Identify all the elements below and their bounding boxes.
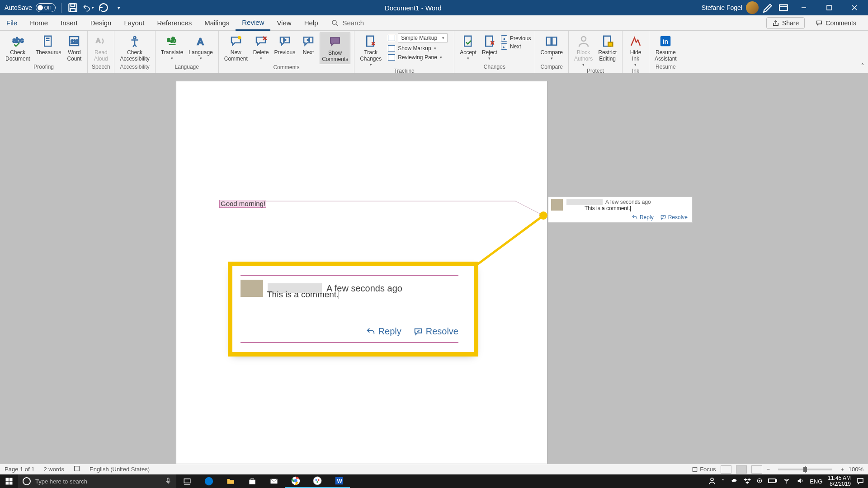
comment-balloon[interactable]: A few seconds ago This is a comment. Rep… [548,197,693,223]
thesaurus-button[interactable]: Thesaurus [34,33,63,57]
taskbar-search[interactable]: Type here to search [18,474,176,488]
tab-view[interactable]: View [270,15,297,30]
markup-mode-combo[interactable]: Simple Markup▾ [385,33,450,43]
start-button[interactable] [0,474,18,488]
taskbar-app[interactable] [307,474,328,488]
mic-icon[interactable] [165,477,172,486]
tray-volume-icon[interactable] [796,477,804,486]
word-count-indicator[interactable]: 2 words [44,466,65,473]
word-count-icon: 123 [66,33,82,49]
tab-home[interactable]: Home [24,15,54,30]
show-markup-button[interactable]: Show Markup ▾ [385,44,450,52]
spellcheck-indicator[interactable] [73,465,80,474]
redo-button[interactable] [98,2,109,14]
taskbar-edge[interactable] [198,474,220,488]
read-mode-button[interactable] [721,465,731,474]
tab-insert[interactable]: Insert [54,15,84,30]
translate-button[interactable]: aあ Translate▾ [159,33,185,61]
tray-battery-icon[interactable] [768,478,777,485]
word-icon: W [334,476,344,486]
taskbar-mail[interactable] [263,474,285,488]
compare-button[interactable]: Compare▾ [539,33,565,61]
show-comments-button[interactable]: Show Comments [320,33,350,64]
comment-author-name [566,199,603,205]
resolve-icon [413,327,423,337]
track-changes-button[interactable]: Track Changes▾ [358,33,383,68]
comment-resolve-button[interactable]: Resolve [660,214,688,221]
zoom-level[interactable]: 100% [849,466,863,473]
zoom-in-button[interactable]: + [840,466,844,473]
save-button[interactable] [67,2,79,14]
taskbar-explorer[interactable] [220,474,241,488]
autosave-toggle[interactable]: Off [36,3,56,12]
tray-chevron-icon[interactable]: ˄ [722,478,725,485]
zoom-reply-button[interactable]: Reply [366,326,401,337]
check-document-button[interactable]: abc Check Document [4,33,32,63]
taskbar-store[interactable] [241,474,263,488]
tab-mailings[interactable]: Mailings [198,15,236,30]
reviewing-pane-button[interactable]: Reviewing Pane ▾ [385,53,450,61]
search-box[interactable]: Search [325,15,364,30]
tab-help[interactable]: Help [298,15,325,30]
tray-wifi-icon[interactable] [783,478,791,485]
notifications-icon[interactable] [856,477,864,486]
focus-mode-button[interactable]: Focus [692,466,716,473]
undo-button[interactable]: ▾ [82,2,94,14]
resume-assistant-button[interactable]: in Resume Assistant [653,33,679,63]
svg-rect-1 [71,4,75,6]
hide-ink-button[interactable]: Hide Ink▾ [626,33,645,68]
tab-references[interactable]: References [151,15,198,30]
new-comment-button[interactable]: New Comment [222,33,250,63]
tray-clock[interactable]: 11:45 AM 8/2/2019 [828,475,851,487]
tab-layout[interactable]: Layout [118,15,151,30]
maximize-button[interactable] [818,0,840,15]
previous-comment-button[interactable]: Previous [272,33,297,57]
comment-reply-button[interactable]: Reply [632,214,654,221]
people-icon[interactable] [708,477,716,486]
tray-dropbox-icon[interactable] [744,477,751,486]
taskbar-word[interactable]: W [328,474,350,488]
previous-change-button[interactable]: ◂Previous [501,35,531,42]
tray-language[interactable]: ENG [810,478,822,485]
next-comment-button[interactable]: Next [299,33,318,57]
store-icon [248,477,257,486]
drawing-mode-icon[interactable] [762,2,774,14]
reject-button[interactable]: Reject▾ [480,33,499,61]
tab-design[interactable]: Design [84,15,118,30]
next-change-button[interactable]: ▸Next [501,43,531,50]
delete-comment-button[interactable]: Delete▾ [251,33,271,61]
user-avatar-icon[interactable] [746,1,759,14]
web-layout-button[interactable] [751,465,762,474]
tab-review[interactable]: Review [236,15,270,31]
word-count-button[interactable]: 123 Word Count [65,33,84,63]
print-layout-button[interactable] [736,465,747,474]
accept-button[interactable]: Accept▾ [458,33,478,61]
zoom-out-button[interactable]: − [767,466,770,473]
tray-location-icon[interactable] [756,478,763,485]
taskbar-chrome[interactable] [285,474,307,488]
svg-text:abc: abc [13,36,24,44]
read-aloud-icon: A [93,33,108,49]
close-button[interactable] [844,0,865,15]
minimize-button[interactable] [793,0,815,15]
zoom-slider[interactable] [778,469,832,470]
zoom-resolve-button[interactable]: Resolve [413,326,458,337]
share-button[interactable]: Share [766,17,805,29]
tray-onedrive-icon[interactable] [730,478,738,485]
tab-file[interactable]: File [0,15,24,30]
qat-customize-button[interactable]: ▾ [113,2,125,14]
comments-toggle-button[interactable]: Comments [810,18,862,28]
restrict-editing-button[interactable]: Restrict Editing [596,33,618,63]
group-label-proofing: Proofing [0,64,87,73]
language-indicator[interactable]: English (United States) [90,466,150,473]
compare-icon [544,33,559,49]
zoom-handle-icon[interactable] [803,467,807,472]
page-indicator[interactable]: Page 1 of 1 [5,466,35,473]
task-view-button[interactable] [176,474,198,488]
collapse-ribbon-icon[interactable]: ˄ [861,62,864,71]
document-body-text[interactable]: Good morning! [219,200,266,208]
language-button[interactable]: A Language▾ [187,33,214,61]
user-name: Stefanie Fogel [702,4,742,11]
ribbon-display-options-icon[interactable] [778,2,789,14]
check-accessibility-button[interactable]: Check Accessibility [118,33,151,63]
